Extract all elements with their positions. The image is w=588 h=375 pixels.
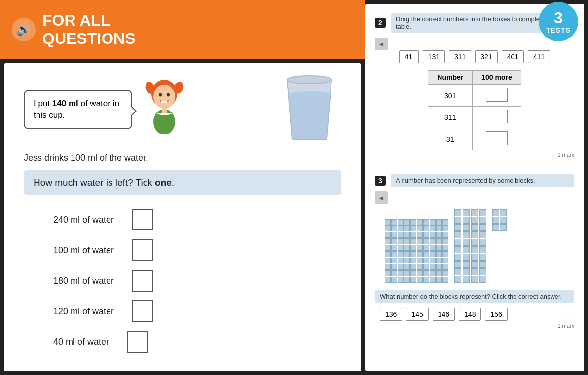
tick-box-1[interactable] <box>132 209 153 230</box>
row3-drop[interactable] <box>473 128 521 150</box>
scene-area: I put 140 ml of water in this cup. <box>24 75 341 144</box>
drop-box-1[interactable] <box>486 88 508 102</box>
option-row-2: 100 ml of water <box>53 239 341 261</box>
speech-bubble: I put 140 ml of water in this cup. <box>24 90 132 129</box>
question-3-section: 3 A number has been represented by some … <box>375 174 574 329</box>
q3-audio-btn[interactable]: ◄ <box>375 191 388 204</box>
question-box: How much water is left? Tick one. <box>24 170 341 195</box>
drag-num-131[interactable]: 131 <box>423 50 445 63</box>
right-content: 2 Drag the correct numbers into the boxe… <box>365 4 584 371</box>
q3-mark: 1 mark <box>375 323 574 329</box>
badge-label: TESTS <box>546 27 571 34</box>
svg-point-3 <box>153 85 175 109</box>
svg-point-9 <box>287 76 331 84</box>
ans-146[interactable]: 146 <box>433 308 455 321</box>
option-label-5: 40 ml of water <box>53 337 109 347</box>
girl-figure <box>142 80 186 134</box>
option-row-5: 40 ml of water <box>53 331 341 353</box>
body-text: Jess drinks 100 ml of the water. <box>24 153 341 163</box>
q3-answer-options: 136 145 146 148 156 <box>375 308 574 321</box>
row1-drop[interactable] <box>473 85 521 107</box>
table-row-2: 311 <box>428 107 521 128</box>
col2-header: 100 more <box>473 71 521 85</box>
section-divider <box>375 168 574 168</box>
blocks-area: // Will be rendered by JS below <box>385 209 574 283</box>
main-container: 🔊 FOR ALL QUESTIONS I put 140 ml of wate… <box>0 0 588 375</box>
ans-145[interactable]: 145 <box>406 308 428 321</box>
header-title: FOR ALL QUESTIONS <box>42 11 135 48</box>
option-label-2: 100 ml of water <box>53 245 114 256</box>
tick-box-5[interactable] <box>127 331 148 353</box>
drop-box-3[interactable] <box>486 131 508 145</box>
badge-number: 3 <box>554 9 563 27</box>
svg-rect-8 <box>162 107 167 113</box>
tick-box-4[interactable] <box>132 300 153 322</box>
drag-numbers: 41 131 311 321 401 411 <box>375 50 574 63</box>
header-banner: 🔊 FOR ALL QUESTIONS <box>0 0 365 59</box>
row1-num: 301 <box>428 85 473 107</box>
drag-num-311[interactable]: 311 <box>449 50 471 63</box>
right-panel: 3 TESTS 2 Drag the correct numbers into … <box>365 0 588 375</box>
left-panel: 🔊 FOR ALL QUESTIONS I put 140 ml of wate… <box>0 0 365 375</box>
q2-table: Number 100 more 301 311 <box>428 70 521 150</box>
q2-number: 2 <box>375 18 386 28</box>
ans-148[interactable]: 148 <box>459 308 481 321</box>
speaker-icon[interactable]: 🔊 <box>12 18 36 41</box>
tests-badge: 3 TESTS <box>539 2 578 41</box>
drag-num-401[interactable]: 401 <box>502 50 524 63</box>
left-content: I put 140 ml of water in this cup. <box>4 63 361 371</box>
drop-box-2[interactable] <box>486 110 508 123</box>
svg-point-4 <box>159 93 162 97</box>
svg-point-10 <box>288 91 331 98</box>
q3-header: 3 A number has been represented by some … <box>375 174 574 187</box>
row2-num: 311 <box>428 107 473 128</box>
q2-audio-btn[interactable]: ◄ <box>375 38 388 50</box>
q2-table-area: Number 100 more 301 311 <box>375 70 574 150</box>
q3-number: 3 <box>375 176 386 186</box>
drag-num-321[interactable]: 321 <box>475 50 497 63</box>
options-list: 240 ml of water 100 ml of water 180 ml o… <box>24 209 341 353</box>
table-row-3: 31 <box>428 128 521 150</box>
tick-box-2[interactable] <box>132 239 153 261</box>
drag-num-41[interactable]: 41 <box>399 50 419 63</box>
option-label-3: 180 ml of water <box>53 276 114 286</box>
table-row-1: 301 <box>428 85 521 107</box>
svg-rect-6 <box>161 101 167 103</box>
hundred-block: // Will be rendered by JS below <box>385 219 448 283</box>
ans-156[interactable]: 156 <box>485 308 507 321</box>
cup-figure <box>277 75 341 144</box>
tick-box-3[interactable] <box>132 270 153 292</box>
option-row-3: 180 ml of water <box>53 270 341 292</box>
row2-drop[interactable] <box>473 107 521 128</box>
q3-instruction: A number has been represented by some bl… <box>391 174 574 187</box>
row3-num: 31 <box>428 128 473 150</box>
ans-136[interactable]: 136 <box>380 308 402 321</box>
option-row-4: 120 ml of water <box>53 300 341 322</box>
drag-num-411[interactable]: 411 <box>528 50 550 63</box>
option-row-1: 240 ml of water <box>53 209 341 230</box>
option-label-4: 120 ml of water <box>53 306 114 317</box>
tens-blocks <box>454 209 486 283</box>
svg-point-5 <box>167 93 170 97</box>
q2-mark: 1 mark <box>375 152 574 158</box>
option-label-1: 240 ml of water <box>53 215 114 225</box>
ones-blocks <box>492 209 507 231</box>
q3-sub-instruction: What number do the blocks represent? Cli… <box>375 290 574 303</box>
col1-header: Number <box>428 71 473 85</box>
